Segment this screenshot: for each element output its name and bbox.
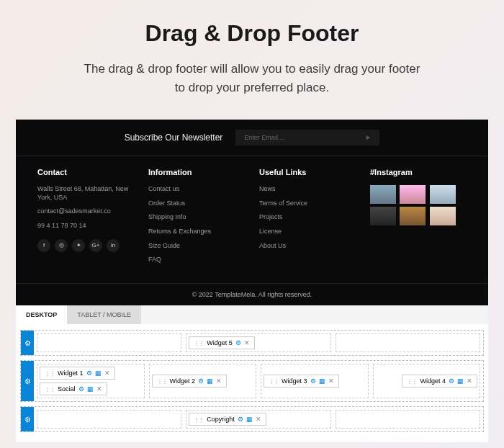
- useful-link[interactable]: About Us: [259, 242, 356, 251]
- info-link[interactable]: Contact us: [148, 185, 245, 194]
- contact-phone: 99 4 11 78 70 14: [37, 222, 134, 230]
- useful-links-column: Useful Links News Terms of Service Proje…: [259, 168, 356, 270]
- drop-cell[interactable]: ⋮⋮ Widget 5 ⚙ ✕: [186, 333, 330, 352]
- send-icon[interactable]: ➤: [365, 134, 371, 141]
- useful-link[interactable]: Projects: [259, 213, 356, 222]
- row-settings-icon[interactable]: ⚙: [21, 407, 34, 431]
- layout-builder: DESKTOP TABLET / MOBILE ⚙ ⋮⋮ Widget 5 ⚙ …: [16, 305, 488, 442]
- drag-handle-icon[interactable]: ⋮⋮: [194, 340, 204, 346]
- close-icon[interactable]: ✕: [244, 339, 250, 346]
- gear-icon[interactable]: ⚙: [238, 416, 243, 423]
- drag-handle-icon[interactable]: ⋮⋮: [157, 378, 167, 385]
- gear-icon[interactable]: ⚙: [235, 339, 241, 346]
- widget-block[interactable]: ⋮⋮ Widget 4 ⚙ ▦ ✕: [402, 375, 477, 387]
- builder-row: ⚙ ⋮⋮ Widget 5 ⚙ ✕: [20, 330, 484, 356]
- email-input[interactable]: Enter Email.... ➤: [235, 130, 379, 145]
- contact-column: Contact Walls Street 68, Mahattan, New Y…: [37, 168, 134, 270]
- instagram-thumb[interactable]: [400, 207, 426, 225]
- drop-cell[interactable]: [37, 333, 181, 352]
- close-icon[interactable]: ✕: [96, 385, 102, 393]
- duplicate-icon[interactable]: ▦: [319, 377, 325, 385]
- newsletter-label: Subscribe Our Newsletter: [125, 133, 223, 143]
- facebook-icon[interactable]: f: [37, 239, 50, 252]
- drop-cell[interactable]: ⋮⋮ Widget 2 ⚙ ▦ ✕: [149, 364, 257, 398]
- information-heading: Information: [148, 168, 245, 176]
- instagram-column: #Instagram: [370, 168, 467, 270]
- widget-block[interactable]: ⋮⋮ Widget 2 ⚙ ▦ ✕: [152, 375, 228, 387]
- builder-row: ⚙ ⋮⋮ Copyright ⚙ ▦ ✕: [20, 406, 484, 432]
- info-link[interactable]: FAQ: [148, 256, 245, 264]
- drop-cell[interactable]: ⋮⋮ Widget 1 ⚙ ▦ ✕ ⋮⋮ Social ⚙ ▦ ✕: [37, 364, 145, 398]
- duplicate-icon[interactable]: ▦: [95, 369, 102, 377]
- linkedin-icon[interactable]: in: [107, 239, 120, 252]
- drop-cell[interactable]: ⋮⋮ Copyright ⚙ ▦ ✕: [186, 410, 330, 429]
- useful-link[interactable]: Terms of Service: [259, 200, 356, 208]
- useful-link[interactable]: License: [259, 228, 356, 236]
- gear-icon[interactable]: ⚙: [310, 377, 316, 385]
- contact-email: contact@sadesmarket.co: [37, 207, 134, 216]
- duplicate-icon[interactable]: ▦: [246, 416, 253, 423]
- close-icon[interactable]: ✕: [467, 377, 472, 385]
- drag-handle-icon[interactable]: ⋮⋮: [407, 378, 417, 385]
- duplicate-icon[interactable]: ▦: [457, 377, 464, 385]
- info-link[interactable]: Shipping Info: [148, 213, 245, 222]
- instagram-icon[interactable]: ◎: [55, 239, 68, 252]
- widget-label: Widget 5: [207, 339, 233, 346]
- instagram-thumb[interactable]: [370, 185, 396, 204]
- widget-block[interactable]: ⋮⋮ Social ⚙ ▦ ✕: [40, 382, 107, 395]
- page-title: Drag & Drop Footer: [29, 20, 475, 47]
- page-subtitle: The drag & drop footer will allow you to…: [79, 60, 425, 97]
- gear-icon[interactable]: ⚙: [86, 369, 92, 377]
- widget-block[interactable]: ⋮⋮ Copyright ⚙ ▦ ✕: [189, 413, 266, 426]
- widget-block[interactable]: ⋮⋮ Widget 1 ⚙ ▦ ✕: [40, 367, 115, 380]
- footer-preview: Subscribe Our Newsletter Enter Email....…: [16, 120, 488, 305]
- widget-block[interactable]: ⋮⋮ Widget 3 ⚙ ▦ ✕: [264, 375, 339, 387]
- instagram-thumb[interactable]: [430, 185, 456, 204]
- useful-heading: Useful Links: [259, 168, 356, 176]
- info-link[interactable]: Size Guide: [148, 242, 245, 251]
- builder-row: ⚙ ⋮⋮ Widget 1 ⚙ ▦ ✕ ⋮⋮ Social ⚙ ▦: [20, 360, 484, 402]
- close-icon[interactable]: ✕: [104, 369, 110, 377]
- close-icon[interactable]: ✕: [216, 377, 222, 385]
- instagram-thumb[interactable]: [400, 185, 426, 204]
- close-icon[interactable]: ✕: [328, 377, 334, 385]
- instagram-thumb[interactable]: [430, 207, 456, 225]
- twitter-icon[interactable]: ✦: [72, 239, 85, 252]
- gear-icon[interactable]: ⚙: [198, 377, 204, 385]
- widget-label: Widget 1: [58, 369, 84, 377]
- widget-label: Copyright: [207, 416, 235, 423]
- widget-block[interactable]: ⋮⋮ Widget 5 ⚙ ✕: [189, 336, 255, 349]
- instagram-thumb[interactable]: [370, 207, 396, 225]
- row-settings-icon[interactable]: ⚙: [21, 331, 34, 355]
- drag-handle-icon[interactable]: ⋮⋮: [45, 386, 55, 393]
- info-link[interactable]: Order Status: [148, 200, 245, 208]
- widget-label: Social: [58, 385, 76, 393]
- row-settings-icon[interactable]: ⚙: [21, 361, 34, 401]
- contact-heading: Contact: [37, 168, 134, 176]
- drop-cell[interactable]: [336, 333, 480, 352]
- drop-cell[interactable]: ⋮⋮ Widget 4 ⚙ ▦ ✕: [373, 364, 481, 398]
- close-icon[interactable]: ✕: [256, 416, 261, 423]
- widget-label: Widget 4: [420, 377, 446, 385]
- widget-label: Widget 2: [170, 377, 196, 385]
- drop-cell[interactable]: [37, 410, 181, 429]
- drop-cell[interactable]: ⋮⋮ Widget 3 ⚙ ▦ ✕: [261, 364, 369, 398]
- information-column: Information Contact us Order Status Ship…: [148, 168, 245, 270]
- gear-icon[interactable]: ⚙: [449, 377, 454, 385]
- contact-address: Walls Street 68, Mahattan, New York, USA: [37, 185, 134, 202]
- info-link[interactable]: Returns & Exchanges: [148, 228, 245, 236]
- duplicate-icon[interactable]: ▦: [207, 377, 213, 385]
- gear-icon[interactable]: ⚙: [78, 385, 84, 393]
- email-placeholder: Enter Email....: [244, 134, 285, 141]
- drag-handle-icon[interactable]: ⋮⋮: [269, 378, 279, 385]
- drag-handle-icon[interactable]: ⋮⋮: [45, 370, 55, 377]
- googleplus-icon[interactable]: G+: [89, 239, 102, 252]
- tab-desktop[interactable]: DESKTOP: [16, 305, 67, 324]
- instagram-heading: #Instagram: [370, 168, 467, 176]
- widget-label: Widget 3: [282, 377, 307, 385]
- drag-handle-icon[interactable]: ⋮⋮: [194, 416, 204, 423]
- tab-tablet-mobile[interactable]: TABLET / MOBILE: [67, 305, 141, 324]
- duplicate-icon[interactable]: ▦: [87, 385, 94, 393]
- drop-cell[interactable]: [336, 410, 480, 429]
- useful-link[interactable]: News: [259, 185, 356, 194]
